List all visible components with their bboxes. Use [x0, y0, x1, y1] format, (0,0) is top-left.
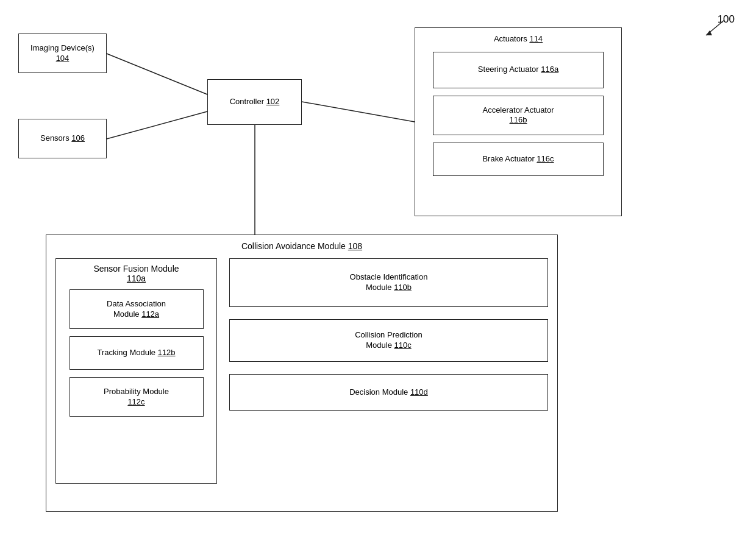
- actuators-group-label: Actuators 114: [494, 34, 543, 44]
- sensor-fusion-box: Sensor Fusion Module110a Data Associatio…: [55, 258, 217, 484]
- svg-line-1: [107, 111, 207, 139]
- probability-module-label: Probability Module112c: [104, 387, 169, 408]
- svg-line-2: [302, 102, 415, 122]
- imaging-device-box: Imaging Device(s)104: [18, 34, 107, 73]
- right-column: Obstacle IdentificationModule 110b Colli…: [229, 258, 548, 484]
- obstacle-id-box: Obstacle IdentificationModule 110b: [229, 258, 548, 307]
- data-association-label: Data AssociationModule 112a: [107, 299, 166, 320]
- tracking-module-box: Tracking Module 112b: [70, 336, 204, 370]
- steering-actuator-box: Steering Actuator 116a: [433, 52, 604, 88]
- brake-actuator-label: Brake Actuator 116c: [482, 154, 554, 164]
- obstacle-id-label: Obstacle IdentificationModule 110b: [350, 272, 428, 293]
- data-association-box: Data AssociationModule 112a: [70, 289, 204, 329]
- diagram: Imaging Device(s)104 Sensors 106 Control…: [0, 0, 756, 533]
- collision-avoidance-inner: Sensor Fusion Module110a Data Associatio…: [55, 258, 548, 484]
- controller-label: Controller 102: [230, 97, 280, 107]
- decision-module-box: Decision Module 110d: [229, 374, 548, 411]
- tracking-module-label: Tracking Module 112b: [97, 348, 175, 358]
- reference-arrow: [701, 17, 726, 38]
- steering-actuator-label: Steering Actuator 116a: [478, 65, 558, 75]
- imaging-device-label: Imaging Device(s)104: [30, 43, 94, 64]
- accelerator-actuator-box: Accelerator Actuator116b: [433, 96, 604, 135]
- brake-actuator-box: Brake Actuator 116c: [433, 143, 604, 176]
- controller-box: Controller 102: [207, 79, 302, 125]
- accelerator-actuator-label: Accelerator Actuator116b: [482, 105, 554, 126]
- sensors-box: Sensors 106: [18, 119, 107, 158]
- sensor-fusion-label: Sensor Fusion Module110a: [62, 264, 210, 283]
- collision-prediction-label: Collision PredictionModule 110c: [355, 330, 423, 351]
- svg-line-0: [107, 54, 207, 94]
- collision-avoidance-group-box: Collision Avoidance Module 108 Sensor Fu…: [46, 235, 558, 512]
- actuators-group-box: Actuators 114 Steering Actuator 116a Acc…: [415, 27, 622, 216]
- collision-avoidance-label: Collision Avoidance Module 108: [55, 241, 548, 251]
- sensors-label: Sensors 106: [40, 133, 85, 144]
- collision-prediction-box: Collision PredictionModule 110c: [229, 319, 548, 362]
- decision-module-label: Decision Module 110d: [349, 387, 428, 398]
- probability-module-box: Probability Module112c: [70, 377, 204, 417]
